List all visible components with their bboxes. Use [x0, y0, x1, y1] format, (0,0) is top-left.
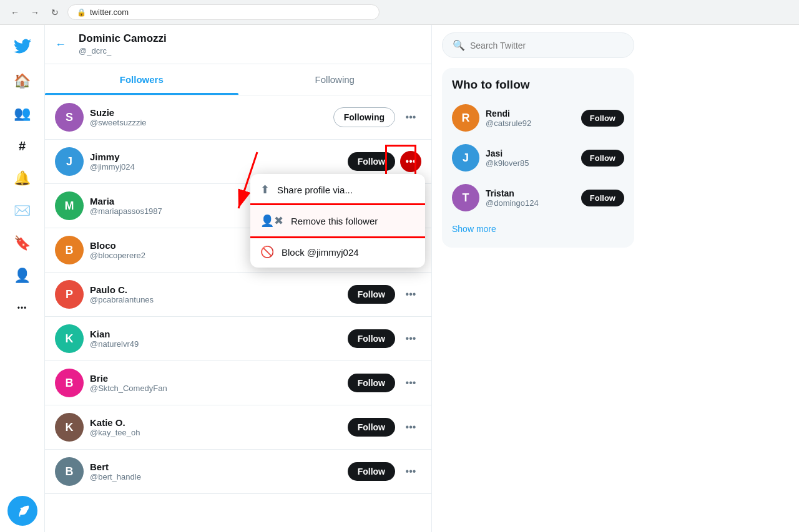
twitter-logo[interactable] [7, 31, 37, 61]
back-button[interactable]: ← [55, 38, 66, 51]
following-button[interactable]: Following [333, 107, 395, 127]
follow-button-bert[interactable]: Follow [348, 462, 395, 481]
follow-button-rendi[interactable]: Follow [581, 110, 624, 127]
tab-followers[interactable]: Followers [45, 64, 238, 95]
search-input[interactable] [470, 41, 624, 51]
follow-button-paulo[interactable]: Follow [348, 285, 395, 304]
sidebar-item-more[interactable]: ••• [7, 293, 37, 323]
follower-name: Bert [90, 462, 348, 472]
follow-button-kian[interactable]: Follow [348, 329, 395, 348]
right-sidebar: 🔍 Who to follow R Rendi @catsrule92 Foll… [432, 25, 644, 532]
follower-actions-paulo: Follow ••• [348, 284, 421, 305]
url-display: twitter.com [90, 7, 129, 17]
avatar-placeholder: B [55, 457, 84, 486]
follower-actions-suzie: Following ••• [333, 107, 421, 128]
sidebar-item-messages[interactable]: ✉️ [7, 196, 37, 226]
follower-item-brie: B Brie @Sktch_ComedyFan Follow ••• [45, 361, 431, 405]
tabs-bar: Followers Following [45, 64, 431, 95]
wtf-info-tristan: Tristan @domingo124 [486, 188, 575, 208]
remove-follower-item[interactable]: 👤✖ Remove this follower [250, 205, 425, 236]
search-bar[interactable]: 🔍 [442, 32, 634, 58]
avatar-placeholder: B [55, 236, 84, 264]
follow-button-tristan[interactable]: Follow [581, 190, 624, 206]
block-icon: 🚫 [260, 245, 274, 259]
follower-info-jimmy: Jimmy @jimmyj024 [90, 152, 348, 172]
sidebar-item-people[interactable]: 👥 [7, 99, 37, 128]
avatar-maria[interactable]: M [55, 191, 84, 220]
forward-button[interactable]: → [27, 5, 42, 20]
avatar-placeholder: K [55, 413, 84, 442]
remove-follower-icon: 👤✖ [260, 214, 283, 228]
wtf-name: Tristan [486, 188, 575, 198]
avatar-kian[interactable]: K [55, 324, 84, 353]
more-options-button-katie[interactable]: ••• [400, 417, 421, 438]
wtf-item-rendi: R Rendi @catsrule92 Follow [442, 98, 634, 138]
avatar-paulo[interactable]: P [55, 280, 84, 309]
avatar-placeholder: J [452, 144, 479, 172]
refresh-button[interactable]: ↻ [47, 5, 62, 20]
block-label: Block @jimmyj024 [282, 247, 359, 258]
follower-handle: @naturelvr49 [90, 339, 348, 349]
sidebar-item-hashtag[interactable]: # [7, 131, 37, 161]
more-options-button-brie[interactable]: ••• [400, 372, 421, 394]
sidebar-item-profile[interactable]: 👤 [7, 261, 37, 291]
more-options-button-kian[interactable]: ••• [400, 328, 421, 349]
follower-actions-brie: Follow ••• [348, 372, 421, 394]
wtf-info-jasi: Jasi @k9lover85 [486, 148, 575, 168]
follower-item-suzie: S Suzie @sweetsuzzzie Following ••• [45, 95, 431, 140]
follower-name: Suzie [90, 107, 333, 118]
avatar-jimmy[interactable]: J [55, 147, 84, 176]
back-button[interactable]: ← [7, 5, 22, 20]
sidebar-item-compose[interactable] [7, 496, 37, 526]
follower-handle: @kay_tee_oh [90, 428, 348, 437]
follower-info-kian: Kian @naturelvr49 [90, 329, 348, 349]
avatar-katie[interactable]: K [55, 413, 84, 442]
follow-button-katie[interactable]: Follow [348, 418, 395, 437]
avatar-jasi[interactable]: J [452, 144, 479, 172]
more-options-button-jimmy[interactable]: ••• [400, 151, 421, 172]
tab-following[interactable]: Following [238, 64, 432, 95]
follow-button-jasi[interactable]: Follow [581, 150, 624, 167]
show-more-link[interactable]: Show more [442, 218, 634, 240]
wtf-item-jasi: J Jasi @k9lover85 Follow [442, 138, 634, 178]
more-options-button-paulo[interactable]: ••• [400, 284, 421, 305]
address-bar[interactable]: 🔒 twitter.com [67, 4, 380, 20]
sidebar: 🏠 👥 # 🔔 ✉️ 🔖 👤 ••• [0, 25, 45, 532]
follower-name: Katie O. [90, 417, 348, 428]
search-icon: 🔍 [453, 39, 465, 51]
browser-chrome: ← → ↻ 🔒 twitter.com [0, 0, 799, 25]
follower-item-jimmy: J Jimmy @jimmyj024 Follow ••• ⬆ Share pr… [45, 140, 431, 184]
follower-actions-kian: Follow ••• [348, 328, 421, 349]
follower-handle: @pcabralantunes [90, 295, 348, 304]
main-content: ← Dominic Camozzi @_dcrc_ Followers Foll… [45, 25, 432, 532]
follower-item-katie: K Katie O. @kay_tee_oh Follow ••• [45, 405, 431, 450]
follower-name: Brie [90, 373, 348, 384]
profile-name: Dominic Camozzi [79, 32, 167, 45]
sidebar-item-bookmarks[interactable]: 🔖 [7, 228, 37, 258]
follow-button-jimmy[interactable]: Follow [348, 152, 395, 171]
avatar-bert[interactable]: B [55, 457, 84, 486]
wtf-name: Jasi [486, 148, 575, 158]
avatar-bloco[interactable]: B [55, 236, 84, 264]
follower-item-paulo: P Paulo C. @pcabralantunes Follow ••• [45, 273, 431, 317]
who-to-follow-card: Who to follow R Rendi @catsrule92 Follow… [442, 68, 634, 248]
avatar-brie[interactable]: B [55, 369, 84, 397]
follow-button-brie[interactable]: Follow [348, 374, 395, 392]
sidebar-item-notifications[interactable]: 🔔 [7, 163, 37, 193]
avatar-placeholder: P [55, 280, 84, 309]
follower-actions-katie: Follow ••• [348, 417, 421, 438]
more-options-button-bert[interactable]: ••• [400, 461, 421, 482]
dropdown-menu: ⬆ Share profile via... 👤✖ Remove this fo… [250, 174, 425, 268]
share-profile-item[interactable]: ⬆ Share profile via... [250, 174, 425, 205]
sidebar-item-home[interactable]: 🏠 [7, 66, 37, 96]
follower-item-bert: B Bert @bert_handle Follow ••• [45, 450, 431, 494]
follower-actions-bert: Follow ••• [348, 461, 421, 482]
follower-name: Paulo C. [90, 284, 348, 295]
share-icon: ⬆ [260, 183, 270, 196]
avatar-suzie[interactable]: S [55, 103, 84, 132]
avatar-rendi[interactable]: R [452, 104, 479, 132]
block-user-item[interactable]: 🚫 Block @jimmyj024 [250, 236, 425, 268]
follower-info-bert: Bert @bert_handle [90, 462, 348, 481]
more-options-button[interactable]: ••• [400, 107, 421, 128]
avatar-tristan[interactable]: T [452, 184, 479, 211]
